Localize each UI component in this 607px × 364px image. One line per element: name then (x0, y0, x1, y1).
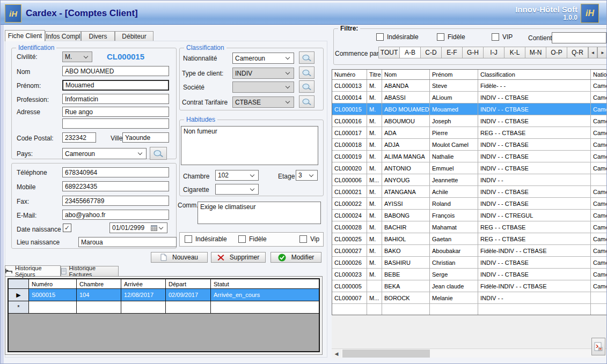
date-naissance-input[interactable]: 01/01/2999 (109, 222, 167, 233)
client-row[interactable]: CL000005BEKAJean claudeFidèle-INDIV - - … (332, 280, 607, 292)
email-input[interactable]: abo@yahoo.fr (62, 210, 169, 220)
clients-col-titre[interactable]: Titre (367, 70, 382, 79)
prenom-input[interactable]: Mouamed (62, 80, 169, 91)
alpha-tab-q-r[interactable]: Q-R (567, 47, 588, 58)
date-dropdown-arrow-icon[interactable] (159, 225, 163, 229)
client-row[interactable]: CL000017M.ADAPierreREG - - CTBASECame (332, 127, 607, 139)
nationalite-search-button[interactable] (299, 51, 315, 64)
alpha-tab-a-b[interactable]: A-B (399, 47, 421, 58)
client-row[interactable]: CL000027M.BAKOAboubakarFidèle-INDIV - - … (332, 245, 607, 257)
date-naissance-checkbox[interactable]: ✓ (63, 224, 71, 232)
history-new-row[interactable]: * (9, 301, 319, 314)
societe-search-button[interactable] (299, 80, 315, 93)
adresse-input-2[interactable] (62, 118, 169, 129)
filter-indesirable[interactable]: Indésirable (376, 33, 419, 41)
profession-input[interactable]: Informaticin (62, 94, 169, 104)
filter-fidele[interactable]: Fidèle (437, 33, 465, 41)
filter-vip[interactable]: VIP (492, 33, 513, 41)
tab-historique-factures[interactable]: Historique Factures (61, 266, 119, 276)
tab-fiche-client[interactable]: Fiche Client (5, 30, 45, 41)
alpha-scroll-right-button[interactable]: ► (597, 47, 607, 58)
client-row[interactable] (332, 304, 607, 315)
adresse-input-1[interactable]: Rue ango (62, 107, 169, 117)
indesirable-checkbox[interactable] (185, 235, 192, 243)
comm-textarea[interactable]: Exige le climatiseur (198, 202, 321, 224)
history-col-arrivee[interactable]: Arrivée (121, 279, 166, 288)
supprimer-button[interactable]: Supprimer (211, 252, 266, 263)
flag-vip[interactable]: Vip (299, 235, 319, 243)
clients-col-nationalite[interactable]: Natio (591, 70, 607, 79)
type-client-select[interactable]: INDIV (232, 68, 294, 79)
alpha-tab-k-l[interactable]: K-L (504, 47, 525, 58)
client-row[interactable]: CL000024M.BABONGFrançoisINDIV - - CTREGU… (332, 210, 607, 221)
clients-col-nom[interactable]: Nom (382, 70, 430, 79)
contient-input[interactable] (552, 32, 606, 43)
ville-input[interactable]: Yaounde (122, 132, 169, 143)
habitudes-textarea[interactable]: Non fumeur (181, 126, 318, 165)
filter-fidele-checkbox[interactable] (437, 33, 444, 41)
client-row[interactable]: CL000014M.ABASSIALioumINDIV - - CTBASECa… (332, 92, 607, 103)
contrat-select[interactable]: CTBASE (232, 96, 294, 108)
client-row[interactable]: CL000025M.BAHIOLGaetanREG - - CTBASECame (332, 233, 607, 245)
filter-vip-checkbox[interactable] (492, 33, 499, 41)
horizontal-scrollbar[interactable]: ◀ (332, 348, 607, 358)
alpha-tab-c-d[interactable]: C-D (420, 47, 442, 58)
type-client-search-button[interactable] (299, 66, 315, 79)
tab-infos-compl[interactable]: Infos Compl (45, 31, 81, 41)
nationalite-select[interactable]: Cameroun (232, 53, 294, 64)
filter-indesirable-checkbox[interactable] (376, 33, 384, 41)
fax-input[interactable]: 23455667789 (62, 196, 169, 206)
mobile-input[interactable]: 689223435 (62, 181, 169, 191)
history-row[interactable]: ▶ S000015 104 12/08/2017 02/09/2017 Arri… (9, 289, 319, 301)
client-row[interactable]: CL000018M.ADJAMoulot CamelINDIV - - CTBA… (332, 139, 607, 151)
nouveau-button[interactable]: Nouveau (151, 252, 208, 263)
etage-select[interactable]: 3 (296, 170, 318, 181)
client-row[interactable]: CL000013M.ABANDASteveFidèle- - -Came (332, 80, 607, 92)
modifier-button[interactable]: Modifier (270, 252, 321, 263)
chambre-select[interactable]: 102 (215, 170, 259, 181)
client-row[interactable]: CL000006M...ANYOUGJeannetteINDIV - - (332, 174, 607, 186)
tab-debiteur[interactable]: Débiteur (115, 31, 153, 41)
flag-fidele[interactable]: Fidèle (238, 235, 267, 243)
alpha-tab-i-j[interactable]: I-J (483, 47, 504, 58)
clients-col-classification[interactable]: Classification (478, 70, 591, 79)
alpha-scroll-left-button[interactable]: ◄ (588, 47, 597, 58)
alpha-tab-g-h[interactable]: G-H (462, 47, 484, 58)
clients-col-prenom[interactable]: Prénom (430, 70, 478, 79)
lieu-naissance-input[interactable]: Maroua (78, 237, 177, 247)
client-row[interactable]: CL000019M.ALIMA MANGANathalieINDIV - - C… (332, 151, 607, 162)
history-col-chambre[interactable]: Chambre (77, 279, 121, 288)
contrat-search-button[interactable] (299, 95, 315, 108)
alpha-tab-tout[interactable]: TOUT (378, 47, 400, 58)
client-row[interactable]: CL000016M.ABOUMOUJosephINDIV - - CTBASEC… (332, 115, 607, 127)
tab-historique-sejours[interactable]: Historique Séjours (5, 265, 61, 276)
client-row[interactable]: CL000028M.BACHIRMahamatREG - - CTBASECam… (332, 221, 607, 233)
client-row[interactable]: CL000022M.AYISSIRolandINDIV - - CTBASECa… (332, 198, 607, 210)
history-col-statut[interactable]: Statut (211, 279, 319, 288)
scrollbar-thumb[interactable] (342, 350, 430, 358)
client-row[interactable]: CL000023M.BEBESergeINDIV - - CTBASECame (332, 269, 607, 280)
client-row[interactable]: CL000020M.ANTONIOEmmuelINDIV - - CTBASEC… (332, 162, 607, 174)
vip-checkbox[interactable] (299, 235, 307, 243)
client-row[interactable]: CL000026M.BASHIRUChristianINDIV - - CTBA… (332, 257, 607, 269)
export-button[interactable] (591, 338, 605, 355)
fidele-checkbox[interactable] (238, 235, 246, 243)
history-col-depart[interactable]: Départ (166, 279, 211, 288)
cigarette-select[interactable] (215, 184, 259, 195)
history-col-numero[interactable]: Numéro (29, 279, 77, 288)
code-postal-input[interactable]: 232342 (62, 132, 96, 143)
client-row[interactable]: CL000021M.ATANGANAAchileINDIV - - CTBASE… (332, 186, 607, 198)
clients-col-numero[interactable]: Numéro (332, 70, 367, 79)
alpha-tab-e-f[interactable]: E-F (441, 47, 463, 58)
alpha-tab-m-n[interactable]: M-N (525, 47, 546, 58)
client-row[interactable]: CL000015M.ABO MOUAMEDMouamedINDIV - - CT… (332, 103, 607, 115)
civilite-select[interactable]: M. (62, 51, 92, 62)
alpha-tab-o-p[interactable]: O-P (546, 47, 567, 58)
nom-input[interactable]: ABO MOUAMED (62, 66, 169, 76)
pays-select[interactable]: Cameroun (62, 148, 147, 159)
flag-indesirable[interactable]: Indésirable (185, 235, 227, 243)
client-row[interactable]: CL000007M...BOROCKMelanieINDIV - - (332, 292, 607, 304)
societe-select[interactable] (232, 81, 294, 93)
scrollbar-left-arrow-icon[interactable]: ◀ (332, 349, 341, 358)
tab-divers[interactable]: Divers (81, 31, 115, 41)
